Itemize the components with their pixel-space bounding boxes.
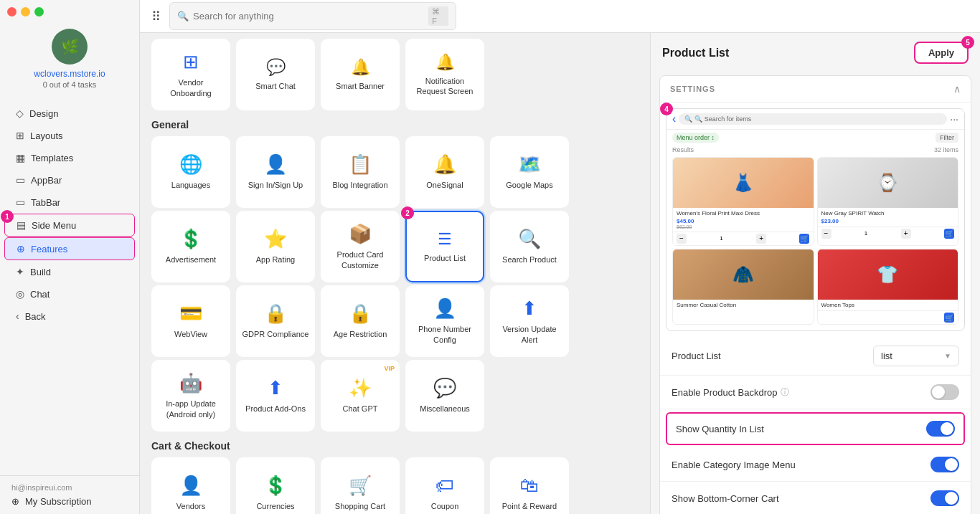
qty-cart-4[interactable]: 🛒 bbox=[944, 313, 954, 323]
card-smart-banner[interactable]: 🔔 Smart Banner bbox=[321, 39, 400, 110]
sidebar-item-label: Chat bbox=[30, 289, 50, 300]
grid-dots-icon[interactable]: ⠿ bbox=[151, 9, 161, 24]
qty-control-4: 🛒 bbox=[818, 310, 958, 324]
sidebar-item-layouts[interactable]: ⊞ Layouts bbox=[4, 125, 135, 146]
sidebar-item-back[interactable]: ‹ Back bbox=[4, 305, 135, 327]
onesignal-icon: 🔔 bbox=[433, 153, 456, 176]
card-sign-in-up[interactable]: 👤 Sign In/Sign Up bbox=[236, 136, 315, 208]
sidebar-item-design[interactable]: ◇ Design bbox=[4, 103, 135, 124]
subscription-item[interactable]: ⊕ My Subscription bbox=[11, 496, 128, 507]
card-point-reward[interactable]: 🛍 Point & Reward bbox=[490, 457, 569, 514]
product-list-dropdown[interactable]: list ▼ bbox=[873, 346, 959, 366]
card-chat-gpt[interactable]: VIP ✨ Chat GPT bbox=[321, 360, 400, 432]
sidebar-item-templates[interactable]: ▦ Templates bbox=[4, 147, 135, 168]
card-advertisement[interactable]: 💲 Advertisement bbox=[151, 211, 230, 282]
sidebar-item-appbar[interactable]: ▭ AppBar bbox=[4, 169, 135, 191]
traffic-light-red[interactable] bbox=[7, 7, 17, 16]
general-row-2: 💲 Advertisement ⭐ App Rating 📦 Product C… bbox=[151, 211, 639, 282]
card-label: Blog Integration bbox=[329, 180, 390, 190]
step2-badge: 2 bbox=[401, 206, 414, 219]
card-miscellaneous[interactable]: 💬 Miscellaneous bbox=[405, 360, 484, 432]
card-label: Shopping Cart bbox=[332, 501, 388, 511]
reward-icon: 🛍 bbox=[520, 475, 539, 497]
qty-minus-2[interactable]: − bbox=[821, 229, 831, 239]
card-phone-number-config[interactable]: 👤 Phone Number Config bbox=[405, 285, 484, 357]
settings-header: SETTINGS ∧ bbox=[660, 76, 971, 103]
misc-icon: 💬 bbox=[433, 377, 456, 399]
sidebar-item-build[interactable]: ✦ Build bbox=[4, 261, 135, 282]
languages-icon: 🌐 bbox=[179, 153, 202, 176]
currencies-icon: 💲 bbox=[264, 475, 287, 497]
card-app-rating[interactable]: ⭐ App Rating bbox=[236, 211, 315, 282]
card-in-app-update[interactable]: 🤖 In-app Update (Android only) bbox=[151, 360, 230, 432]
qty-control-2: − 1 + 🛒 bbox=[818, 227, 958, 240]
card-product-addons[interactable]: ⬆ Product Add-Ons bbox=[236, 360, 315, 432]
main: ⠿ 🔍 ⌘ F ⊞ VendorOnboarding 💬 Smart Chat bbox=[140, 0, 980, 514]
card-onesignal[interactable]: 🔔 OneSignal bbox=[405, 136, 484, 208]
qty-plus-2[interactable]: + bbox=[901, 229, 911, 239]
card-product-card-customize[interactable]: 📦 Product Card Customize bbox=[321, 211, 400, 282]
card-webview[interactable]: 💳 WebView bbox=[151, 285, 230, 357]
card-product-list[interactable]: ☰ Product List bbox=[405, 211, 484, 282]
sidebar-item-chat[interactable]: ◎ Chat bbox=[4, 283, 135, 305]
blog-icon: 📋 bbox=[349, 153, 372, 176]
card-label: Product Add-Ons bbox=[242, 404, 308, 414]
phone-header: ‹ 🔍 🔍 Search for items ··· bbox=[666, 109, 964, 130]
card-coupon[interactable]: 🏷 Coupon bbox=[405, 457, 484, 514]
subscription-icon: ⊕ bbox=[11, 496, 19, 507]
card-version-update[interactable]: ⬆ Version Update Alert bbox=[490, 285, 569, 357]
card-smart-chat[interactable]: 💬 Smart Chat bbox=[236, 39, 315, 110]
card-age-restriction[interactable]: 🔒 Age Restriction bbox=[321, 285, 400, 357]
side-menu-icon: ▤ bbox=[17, 219, 26, 231]
card-shopping-cart[interactable]: 🛒 Shopping Cart bbox=[321, 457, 400, 514]
card-vendors[interactable]: 👤 Vendors bbox=[151, 457, 230, 514]
card-currencies[interactable]: 💲 Currencies bbox=[236, 457, 315, 514]
card-google-maps[interactable]: 🗺️ Google Maps bbox=[490, 136, 569, 208]
sidebar-item-features[interactable]: ⊕ Features bbox=[4, 237, 135, 260]
search-bar[interactable]: 🔍 ⌘ F bbox=[169, 2, 456, 30]
age-icon: 🔒 bbox=[349, 303, 372, 325]
card-notification-request[interactable]: 🔔 Notification Request Screen bbox=[405, 39, 484, 110]
qty-cart-1[interactable]: 🛒 bbox=[799, 234, 809, 244]
qty-cart-2[interactable]: 🛒 bbox=[944, 229, 954, 239]
sidebar-item-side-menu[interactable]: ▤ Side Menu 1 bbox=[4, 214, 135, 237]
phone-filter-row: Menu order ↕ Filter bbox=[666, 130, 964, 146]
card-gdpr[interactable]: 🔒 GDPR Compliance bbox=[236, 285, 315, 357]
product-name-4: Women Tops bbox=[821, 302, 955, 309]
sidebar: 🌿 wclovers.mstore.io 0 out of 4 tasks ◇ … bbox=[0, 0, 140, 514]
settings-section: SETTINGS ∧ 4 ‹ 🔍 🔍 Search fo bbox=[659, 75, 971, 514]
product-orig-price-1: $62.00 bbox=[677, 224, 810, 229]
general-section-label: General bbox=[151, 119, 639, 130]
sidebar-item-label: Templates bbox=[31, 153, 73, 163]
vendor-icon: ⊞ bbox=[183, 51, 199, 73]
qty-plus-1[interactable]: + bbox=[756, 234, 766, 244]
card-label: Sign In/Sign Up bbox=[245, 180, 306, 190]
search-input[interactable] bbox=[193, 11, 424, 22]
list-icon: ☰ bbox=[438, 230, 452, 249]
quantity-label: Show Quantity In List bbox=[676, 424, 764, 434]
card-languages[interactable]: 🌐 Languages bbox=[151, 136, 230, 208]
quantity-toggle[interactable] bbox=[926, 421, 955, 437]
card-label: Smart Banner bbox=[333, 81, 387, 91]
content-area: ⊞ VendorOnboarding 💬 Smart Chat 🔔 Smart … bbox=[140, 33, 980, 514]
ad-icon: 💲 bbox=[179, 228, 202, 250]
sidebar-item-label: Back bbox=[25, 311, 46, 322]
category-toggle[interactable] bbox=[930, 457, 959, 472]
sidebar-item-label: Build bbox=[30, 267, 51, 277]
footer-email: hi@inspireui.com bbox=[11, 483, 128, 492]
apply-button[interactable]: Apply bbox=[914, 42, 969, 64]
card-label: Version Update Alert bbox=[491, 324, 567, 345]
bottom-cart-toggle[interactable] bbox=[930, 490, 959, 506]
backdrop-toggle[interactable] bbox=[930, 384, 959, 400]
chat-icon: ◎ bbox=[16, 288, 24, 300]
traffic-light-green[interactable] bbox=[34, 7, 44, 16]
traffic-light-yellow[interactable] bbox=[21, 7, 30, 16]
card-vendor-onboarding[interactable]: ⊞ VendorOnboarding bbox=[151, 39, 230, 110]
card-blog-integration[interactable]: 📋 Blog Integration bbox=[321, 136, 400, 208]
product-card-3: 🧥 Summer Casual Cotton bbox=[672, 249, 814, 325]
sidebar-item-tabbar[interactable]: ▭ TabBar bbox=[4, 191, 135, 213]
maps-icon: 🗺️ bbox=[518, 153, 541, 176]
card-search-product[interactable]: 🔍 Search Product bbox=[490, 211, 569, 282]
collapse-icon[interactable]: ∧ bbox=[953, 83, 961, 95]
qty-minus-1[interactable]: − bbox=[677, 234, 687, 244]
